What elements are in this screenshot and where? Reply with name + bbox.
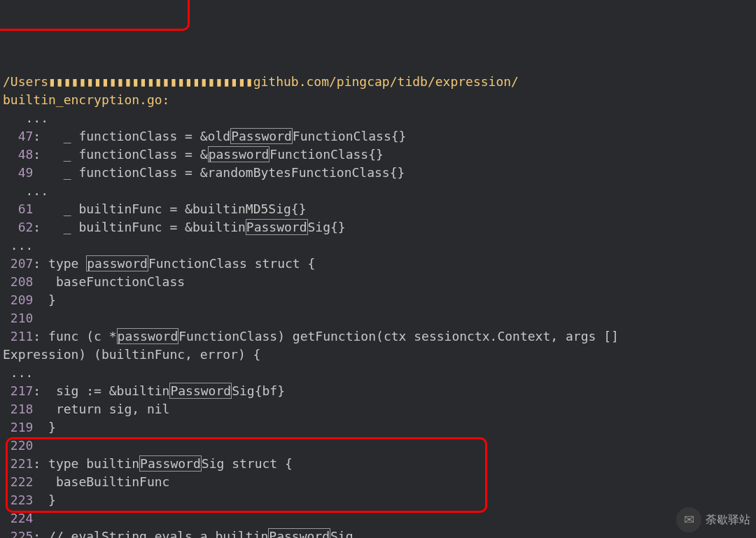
file-path: /Users▮▮▮▮▮▮▮▮▮▮▮▮▮▮▮▮▮▮▮▮▮▮▮▮▮▮▮github.… [3,74,519,89]
line-number: 207 [3,256,33,271]
code-line: 47: _ functionClass = &oldPasswordFuncti… [3,127,753,146]
line-number: 47 [3,129,33,143]
ellipsis-line: ... [3,364,753,382]
line-number: 224 [3,511,33,525]
line-number: 62 [3,220,33,234]
code-line-continuation: Expression) (builtinFunc, error) { [3,346,753,364]
code-line: 61 _ builtinFunc = &builtinMD5Sig{} [3,200,753,218]
ellipsis-line: ... [3,109,753,127]
code-viewport: /Users▮▮▮▮▮▮▮▮▮▮▮▮▮▮▮▮▮▮▮▮▮▮▮▮▮▮▮github.… [0,73,756,538]
code-line: 224 [3,509,753,528]
code-line: 222 baseBuiltinFunc [3,473,753,491]
code-line: 220 [3,437,753,455]
watermark: ✉ 荼歇驿站 [676,507,750,532]
code-line: 49 _ functionClass = &randomBytesFunctio… [3,164,753,182]
code-line: 221: type builtinPasswordSig struct { [3,455,753,473]
obscured-segment: ▮▮▮▮▮▮▮▮▮▮▮▮▮▮▮▮▮▮▮▮▮▮▮▮▮▮▮ [48,74,253,89]
code-line: 217: sig := &builtinPasswordSig{bf} [3,382,753,400]
line-number: 48 [3,147,33,162]
code-line: 225: // evalString evals a builtinPasswo… [3,528,753,538]
code-line: 48: _ functionClass = &passwordFunctionC… [3,146,753,164]
code-line: 208 baseFunctionClass [3,273,753,291]
file-name: builtin_encryption.go: [3,92,169,107]
line-number: 217 [3,383,33,398]
line-number: 49 [3,165,33,180]
line-number: 211 [3,329,33,344]
ellipsis-line: ... [3,236,753,255]
annotation-box-filename [0,0,190,31]
code-line: 209 } [3,291,753,309]
code-line: 207: type passwordFunctionClass struct { [3,255,753,273]
code-line: 210 [3,309,753,327]
code-lines: ... 47: _ functionClass = &oldPasswordFu… [3,109,753,538]
code-line: 218 return sig, nil [3,400,753,418]
watermark-text: 荼歇驿站 [706,511,750,529]
line-number: 220 [3,438,33,453]
line-number: 219 [3,420,33,434]
code-line: 211: func (c *passwordFunctionClass) get… [3,327,753,346]
line-number: 209 [3,292,33,307]
line-number: 61 [3,201,33,216]
line-number: 210 [3,311,33,325]
line-number: 218 [3,402,33,416]
line-number: 221 [3,456,33,471]
code-line: 219 } [3,418,753,437]
line-number: 208 [3,274,33,289]
line-number: 225 [3,529,33,538]
wechat-icon: ✉ [676,507,701,532]
line-number: 222 [3,474,33,489]
code-line: 62: _ builtinFunc = &builtinPasswordSig{… [3,218,753,236]
ellipsis-line: ... [3,182,753,200]
code-line: 223 } [3,491,753,509]
line-number: 223 [3,493,33,507]
